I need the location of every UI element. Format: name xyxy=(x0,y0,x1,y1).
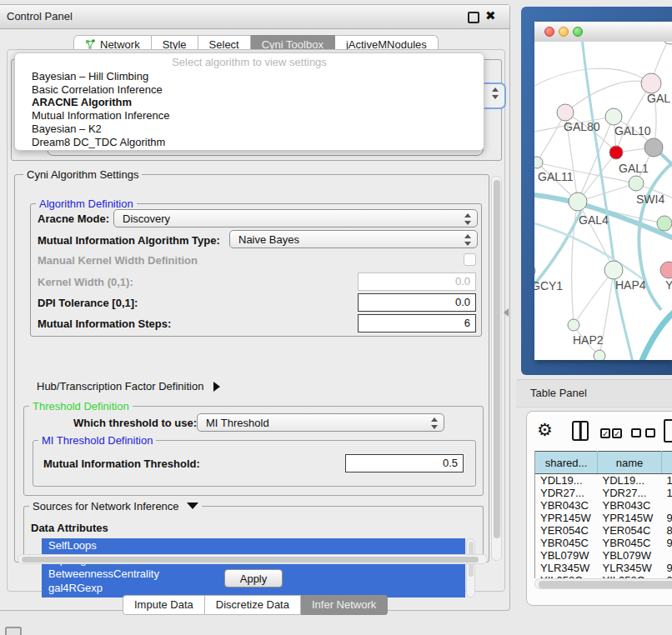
table-cell xyxy=(662,549,672,562)
network-node[interactable] xyxy=(609,146,623,159)
network-edge xyxy=(574,270,614,325)
deselect-all-columns-icon[interactable] xyxy=(631,428,655,440)
network-node[interactable] xyxy=(644,138,663,157)
manual-kernel-checkbox[interactable] xyxy=(464,253,476,266)
table-row[interactable]: YDL19...YDL19...13 xyxy=(535,474,672,488)
zoom-traffic-light-icon[interactable] xyxy=(573,27,583,37)
table-cell: YBL079W xyxy=(598,549,662,562)
network-node-gal1[interactable] xyxy=(629,176,644,191)
table-cell: 9. xyxy=(662,537,672,549)
algorithm-option[interactable]: Bayesian – Hill Climbing xyxy=(32,70,484,83)
table-panel-bar[interactable]: Table Panel xyxy=(516,379,672,408)
network-node[interactable] xyxy=(594,350,605,360)
network-canvas[interactable]: GALGAL80GAL10GAL11GAL1SWI4GAL4GCY1HAP4YH… xyxy=(534,42,672,360)
mi-threshold-field[interactable]: 0.5 xyxy=(345,454,464,472)
tab-impute-data[interactable]: Impute Data xyxy=(123,595,205,615)
algorithm-option[interactable]: ARACNE Algorithm xyxy=(32,96,484,109)
algorithm-option[interactable]: Dream8 DC_TDC Algorithm xyxy=(32,136,484,149)
hub-definition-toggle[interactable]: Hub/Transcription Factor Definition xyxy=(37,380,220,392)
control-panel-window: Control Panel ✖ NetworkStyleSelectCyni T… xyxy=(0,4,510,611)
network-node-hap4[interactable] xyxy=(604,261,623,279)
algorithm-option[interactable]: Basic Correlation Inference xyxy=(32,83,484,97)
table-cell: 9. xyxy=(662,562,672,574)
network-window-titlebar[interactable] xyxy=(534,22,672,42)
splitter-arrow-icon[interactable] xyxy=(504,308,509,317)
table-row[interactable]: YER054CYER054C8. xyxy=(535,524,672,537)
float-window-icon[interactable] xyxy=(468,12,479,23)
sources-title-text: Sources for Network Inference xyxy=(33,500,179,512)
control-panel-titlebar[interactable]: Control Panel ✖ xyxy=(0,5,509,29)
mi-threshold-group: MI Threshold Definition Mutual Informati… xyxy=(33,440,476,487)
node-table[interactable]: shared...name YDL19...YDL19...13YDR27...… xyxy=(534,451,672,578)
table-hscrollbar[interactable] xyxy=(534,578,672,589)
threshold-definition-group: Threshold Definition Which threshold to … xyxy=(23,406,484,496)
network-node-gal11[interactable] xyxy=(534,157,543,168)
mi-type-select[interactable]: Naive Bayes xyxy=(229,230,478,248)
close-icon[interactable]: ✖ xyxy=(485,8,496,23)
apply-button[interactable]: Apply xyxy=(224,569,283,588)
network-canvas-svg: GALGAL80GAL10GAL11GAL1SWI4GAL4GCY1HAP4YH… xyxy=(534,42,672,360)
tab-discretize-data[interactable]: Discretize Data xyxy=(205,595,301,615)
algorithm-option[interactable]: Mutual Information Inference xyxy=(32,109,484,122)
network-node[interactable] xyxy=(657,216,672,231)
which-threshold-select[interactable]: MI Threshold xyxy=(197,413,444,432)
table-cell: YLR345W xyxy=(598,562,662,574)
algorithm-option[interactable]: Bayesian – K2 xyxy=(32,122,484,136)
table-cell: YER054C xyxy=(535,524,598,537)
tab-label: Discretize Data xyxy=(216,598,289,611)
tab-infer-network[interactable]: Infer Network xyxy=(301,595,388,615)
network-node-gal10[interactable] xyxy=(605,108,622,125)
table-cell: YDL19... xyxy=(598,474,662,488)
combo-arrows-icon xyxy=(431,417,438,430)
table-row[interactable]: YBR045CYBR045C9. xyxy=(535,537,672,549)
network-node-y[interactable] xyxy=(660,262,672,278)
data-attribute-item[interactable]: SelfLoops xyxy=(42,538,465,552)
mi-steps-field[interactable]: 6 xyxy=(358,314,476,332)
kernel-width-field[interactable]: 0.0 xyxy=(358,272,476,291)
settings-hscrollbar[interactable] xyxy=(18,554,488,564)
data-attributes-list[interactable]: SelfLoopsTopologicalCoefficientBetweenne… xyxy=(42,538,465,598)
network-node-gal[interactable] xyxy=(641,73,661,93)
table-cell: YLR345W xyxy=(535,562,598,574)
network-node[interactable] xyxy=(662,42,672,44)
column-header[interactable]: name xyxy=(598,452,662,474)
hub-definition-label: Hub/Transcription Factor Definition xyxy=(37,380,203,392)
table-panel-title: Table Panel xyxy=(530,387,587,399)
aracne-mode-select[interactable]: Discovery xyxy=(113,209,478,228)
table-cell: YDR27... xyxy=(535,487,598,499)
table-cell: YBR043C xyxy=(535,499,598,512)
table-row[interactable]: YBR043CYBR043C xyxy=(535,499,672,512)
table-row[interactable]: YPR145WYPR145W9. xyxy=(535,512,672,524)
table-row[interactable]: YLR345WYLR345W9. xyxy=(535,562,672,574)
close-traffic-light-icon[interactable] xyxy=(544,27,554,37)
column-header[interactable] xyxy=(662,452,672,474)
minimize-traffic-light-icon[interactable] xyxy=(559,27,569,37)
algorithm-dropdown[interactable]: Select algorithm to view settings Bayesi… xyxy=(14,52,484,151)
network-node-gcy1[interactable] xyxy=(534,265,535,277)
table-row[interactable]: YBL079WYBL079W xyxy=(535,549,672,562)
column-header[interactable]: shared... xyxy=(535,452,598,474)
table-cell: YPR145W xyxy=(598,512,662,524)
table-row[interactable]: YDR27...YDR27...12 xyxy=(535,487,672,499)
dpi-tolerance-field[interactable]: 0.0 xyxy=(358,293,476,312)
tab-label: Infer Network xyxy=(312,598,376,611)
gear-icon[interactable]: ⚙ xyxy=(537,421,553,438)
network-edge xyxy=(582,42,614,261)
columns-icon[interactable] xyxy=(572,421,589,441)
function-builder-icon[interactable] xyxy=(664,419,672,442)
table-cell: YER054C xyxy=(598,524,662,537)
table-cell: YDL19... xyxy=(535,474,598,488)
network-node-gal80[interactable] xyxy=(557,104,574,121)
network-node-label: HAP4 xyxy=(615,278,646,292)
settings-vscrollbar[interactable] xyxy=(491,176,502,561)
docked-panel-icon[interactable] xyxy=(5,627,22,635)
table-cell: YDR27... xyxy=(598,487,662,499)
select-all-columns-icon[interactable]: ✓✓ xyxy=(600,427,622,439)
table-cell: 8. xyxy=(662,524,672,537)
network-node-hap2[interactable] xyxy=(568,319,579,331)
table-cell: 12 xyxy=(662,487,672,499)
node-table-header[interactable]: shared...name xyxy=(535,452,672,474)
sources-group-title[interactable]: Sources for Network Inference xyxy=(29,500,202,512)
network-node-gal4[interactable] xyxy=(569,192,587,211)
attributes-scrollbar[interactable] xyxy=(466,538,475,598)
